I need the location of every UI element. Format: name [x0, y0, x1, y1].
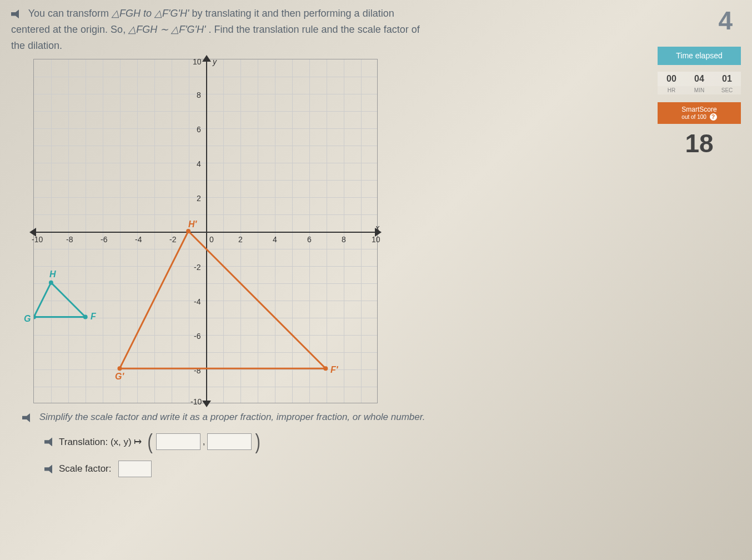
question-text: You can transform △FGH to △F'G'H' by tra… — [11, 6, 594, 53]
scale-label: Scale factor: — [59, 463, 112, 474]
time-title: Time elapsed — [662, 51, 736, 61]
vertex-Gprime: G' — [115, 372, 124, 382]
smartscore-title: SmartScore — [661, 106, 738, 113]
tick-x: -4 — [135, 235, 142, 244]
smartscore-sub: out of 100 — [681, 114, 706, 120]
y-axis — [206, 59, 207, 403]
time-elapsed-box: Time elapsed — [658, 47, 741, 65]
tick-y: -10 — [190, 397, 202, 406]
q-text-3: centered at the origin. So, — [11, 24, 128, 35]
svg-marker-0 — [34, 283, 86, 317]
q-text-4: . Find the translation rule and the scal… — [208, 24, 419, 35]
y-axis-label: y — [213, 57, 217, 66]
instruction-text: Simplify the scale factor and write it a… — [39, 412, 425, 422]
q-tri1: △FGH to △F'G'H' — [112, 8, 189, 19]
arrow-down-icon — [202, 401, 211, 407]
speaker-icon[interactable] — [11, 9, 22, 18]
svg-point-1 — [34, 315, 36, 319]
tick-x: -10 — [32, 235, 43, 244]
q-sim: △FGH ∼ △F'G'H' — [128, 24, 205, 35]
vertex-H: H — [49, 269, 56, 279]
tick-x: 6 — [307, 235, 312, 244]
time-min: 04 — [685, 74, 713, 84]
tick-x: 4 — [273, 235, 277, 244]
score-value: 18 — [658, 128, 741, 158]
time-digits: 00 04 01 — [658, 72, 741, 86]
vertex-Fprime: F' — [330, 365, 338, 375]
q-text-1: You can transform — [28, 8, 112, 19]
vertex-F: F — [91, 312, 96, 322]
coordinate-graph: // placeholder, grid drawn below via inl… — [33, 59, 378, 403]
tick-x: -2 — [169, 235, 176, 244]
speaker-icon[interactable] — [44, 437, 56, 446]
unit-sec: SEC — [713, 87, 741, 93]
time-hr: 00 — [658, 74, 685, 84]
tick-y: -2 — [194, 263, 200, 272]
question-number: 4 — [658, 6, 741, 36]
x-axis — [34, 232, 377, 233]
arrow-up-icon — [202, 55, 211, 62]
q-text-5: the dilation. — [11, 40, 62, 51]
smartscore-box: SmartScore out of 100 ? — [658, 102, 741, 124]
translation-label: Translation: (x, y) ↦ — [59, 436, 142, 448]
tick-y: -6 — [194, 332, 200, 341]
tick-y: 10 — [193, 57, 202, 66]
tick-y: 4 — [197, 159, 201, 168]
tick-origin: 0 — [209, 235, 214, 244]
vertex-G: G — [24, 314, 31, 324]
instruction: Simplify the scale factor and write it a… — [22, 412, 522, 423]
vertex-Hprime: H' — [188, 219, 197, 229]
scale-factor-input[interactable] — [118, 461, 152, 477]
time-units: HR MIN SEC — [658, 86, 741, 94]
sidebar: 4 Time elapsed 00 04 01 HR MIN SEC Smart… — [658, 6, 741, 158]
tick-y: -4 — [194, 297, 200, 306]
q-text-2: by translating it and then performing a … — [192, 8, 394, 19]
tick-x: -8 — [66, 235, 73, 244]
tick-y: -8 — [194, 366, 200, 375]
x-axis-label: x — [375, 223, 379, 232]
translation-x-input[interactable] — [156, 433, 200, 450]
tick-x: 8 — [342, 235, 346, 244]
unit-hr: HR — [658, 87, 685, 93]
tick-y: 8 — [197, 91, 201, 99]
help-icon[interactable]: ? — [710, 113, 717, 121]
main-content: You can transform △FGH to △F'G'H' by tra… — [0, 0, 752, 488]
time-sec: 01 — [713, 74, 741, 84]
tick-x: 2 — [238, 235, 243, 244]
translation-row: Translation: (x, y) ↦ ( , ) — [44, 433, 741, 451]
speaker-icon[interactable] — [22, 413, 33, 422]
scale-row: Scale factor: — [44, 461, 741, 477]
svg-marker-4 — [120, 231, 326, 368]
unit-min: MIN — [685, 87, 713, 93]
tick-y: 6 — [197, 125, 201, 134]
translation-y-input[interactable] — [207, 433, 252, 450]
tick-y: 2 — [197, 194, 201, 203]
tick-x: -6 — [101, 235, 107, 244]
tick-x: 10 — [372, 235, 380, 244]
speaker-icon[interactable] — [44, 464, 56, 473]
